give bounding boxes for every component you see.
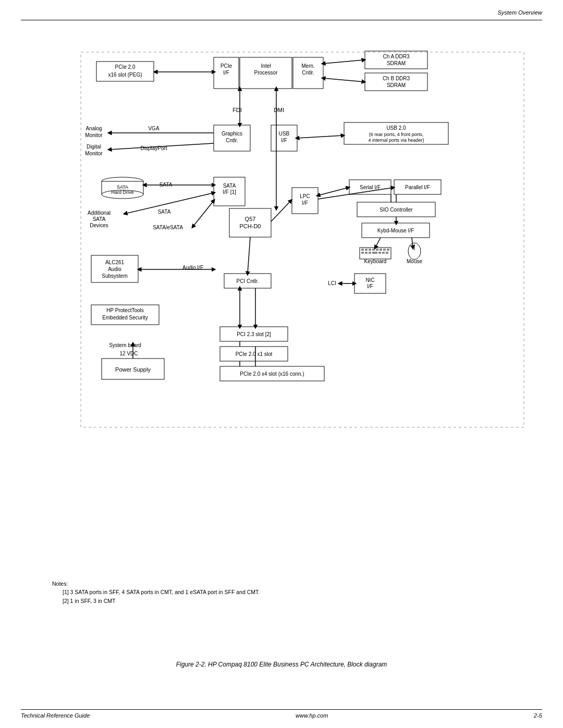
svg-text:Power Supply: Power Supply xyxy=(115,366,151,373)
svg-text:LPC: LPC xyxy=(300,193,310,199)
svg-rect-54 xyxy=(349,180,391,194)
figure-caption: Figure 2-2. HP Compaq 8100 Elite Busines… xyxy=(21,661,542,668)
svg-text:LCI: LCI xyxy=(328,280,336,286)
svg-rect-76 xyxy=(382,252,385,254)
svg-rect-48 xyxy=(229,208,271,237)
svg-text:SIO Controller: SIO Controller xyxy=(380,207,413,213)
svg-text:PCIe 2.0: PCIe 2.0 xyxy=(115,64,136,70)
svg-rect-63 xyxy=(361,249,364,251)
footer-right: 2-5 xyxy=(534,712,542,719)
svg-rect-73 xyxy=(369,252,371,254)
svg-text:Embedded Security: Embedded Security xyxy=(102,315,148,320)
svg-text:4 internal ports via header): 4 internal ports via header) xyxy=(368,138,424,143)
svg-text:x16 slot (PEG): x16 slot (PEG) xyxy=(108,72,142,78)
svg-rect-102 xyxy=(220,347,288,361)
svg-point-36 xyxy=(102,190,143,199)
svg-text:Intel: Intel xyxy=(261,63,271,69)
svg-text:Hard Drive: Hard Drive xyxy=(111,190,133,195)
svg-rect-45 xyxy=(214,177,245,206)
svg-text:Ch B DDR3: Ch B DDR3 xyxy=(383,76,410,81)
svg-line-126 xyxy=(412,238,413,248)
notes-item-2: [2] 1 in SFF, 3 in CMT xyxy=(63,597,260,606)
svg-rect-82 xyxy=(91,255,138,282)
svg-rect-66 xyxy=(372,249,375,251)
svg-rect-35 xyxy=(102,181,143,194)
svg-rect-70 xyxy=(387,249,389,251)
svg-text:SATA: SATA xyxy=(93,216,106,222)
svg-text:SDRAM: SDRAM xyxy=(387,60,406,66)
svg-rect-93 xyxy=(91,305,159,325)
svg-rect-136 xyxy=(81,52,524,427)
svg-rect-75 xyxy=(378,252,381,254)
svg-line-108 xyxy=(323,78,364,82)
svg-rect-3 xyxy=(214,57,239,89)
svg-rect-12 xyxy=(365,73,427,91)
header-title: System Overview xyxy=(497,9,542,16)
svg-rect-68 xyxy=(380,249,382,251)
svg-text:SATA: SATA xyxy=(160,182,173,188)
svg-text:I/F [1]: I/F [1] xyxy=(223,189,236,195)
svg-text:I/F: I/F xyxy=(367,283,373,289)
svg-text:Audio: Audio xyxy=(108,266,121,272)
svg-text:Monitor: Monitor xyxy=(85,132,103,138)
svg-text:Cntlr.: Cntlr. xyxy=(302,70,314,76)
svg-text:PCI Cntlr.: PCI Cntlr. xyxy=(237,278,259,284)
svg-text:I/F: I/F xyxy=(302,200,308,206)
svg-text:DisplayPort: DisplayPort xyxy=(140,145,167,151)
svg-line-125 xyxy=(375,238,381,248)
svg-text:PCIe: PCIe xyxy=(221,63,232,69)
svg-text:Cntlr.: Cntlr. xyxy=(226,138,238,143)
svg-line-128 xyxy=(248,237,250,274)
svg-text:Digital: Digital xyxy=(87,144,101,150)
svg-text:System board: System board xyxy=(109,342,141,348)
svg-text:Subsystem: Subsystem xyxy=(102,273,127,279)
svg-text:ALC261: ALC261 xyxy=(105,260,125,265)
svg-text:Devices: Devices xyxy=(90,223,108,228)
svg-line-115 xyxy=(297,135,343,138)
svg-rect-24 xyxy=(344,122,448,144)
svg-text:Parallel I/F: Parallel I/F xyxy=(405,184,430,190)
svg-line-120 xyxy=(318,188,348,195)
svg-rect-72 xyxy=(365,252,368,254)
svg-rect-58 xyxy=(357,202,435,217)
svg-line-121 xyxy=(318,188,393,199)
svg-text:USB 2.0: USB 2.0 xyxy=(386,125,406,131)
svg-text:FDI: FDI xyxy=(232,107,242,113)
svg-text:SATA: SATA xyxy=(117,184,128,190)
svg-line-114 xyxy=(109,143,214,150)
svg-rect-51 xyxy=(292,188,318,214)
svg-point-34 xyxy=(102,177,143,186)
page-footer: Technical Reference Guide www.hp.com 2-5 xyxy=(21,709,542,719)
svg-text:12 VDC: 12 VDC xyxy=(119,351,138,356)
svg-rect-0 xyxy=(240,57,292,89)
svg-text:Keyboard: Keyboard xyxy=(364,258,387,264)
svg-text:Mem.: Mem. xyxy=(302,63,315,69)
svg-text:I/F: I/F xyxy=(223,70,229,76)
svg-line-119 xyxy=(271,201,291,221)
svg-text:PCH-D0: PCH-D0 xyxy=(240,223,261,229)
svg-point-79 xyxy=(408,243,421,260)
svg-rect-56 xyxy=(394,180,441,194)
svg-rect-21 xyxy=(271,125,297,151)
svg-rect-77 xyxy=(386,252,388,254)
svg-rect-15 xyxy=(96,61,154,81)
svg-text:DMI: DMI xyxy=(274,107,284,113)
svg-rect-64 xyxy=(365,249,368,251)
svg-rect-18 xyxy=(214,125,250,151)
svg-text:HP ProtectTools: HP ProtectTools xyxy=(106,307,144,313)
svg-rect-100 xyxy=(220,327,288,341)
svg-text:NIC: NIC xyxy=(365,277,374,283)
svg-text:USB: USB xyxy=(279,131,290,137)
svg-rect-67 xyxy=(376,249,378,251)
svg-text:SATA/eSATA: SATA/eSATA xyxy=(153,225,183,230)
svg-text:Processor: Processor xyxy=(254,70,278,76)
notes-section: Notes: [1] 3 SATA ports in SFF, 4 SATA p… xyxy=(52,579,260,606)
svg-text:PCIe 2.0 x4 slot (x16 conn.): PCIe 2.0 x4 slot (x16 conn.) xyxy=(240,371,304,377)
svg-rect-62 xyxy=(360,248,391,259)
svg-rect-65 xyxy=(369,249,371,251)
svg-text:Graphics: Graphics xyxy=(222,131,242,137)
svg-text:SATA: SATA xyxy=(158,209,171,215)
footer-left: Technical Reference Guide xyxy=(21,712,90,719)
svg-text:Serial I/F: Serial I/F xyxy=(360,184,381,190)
svg-text:SDRAM: SDRAM xyxy=(387,82,406,88)
